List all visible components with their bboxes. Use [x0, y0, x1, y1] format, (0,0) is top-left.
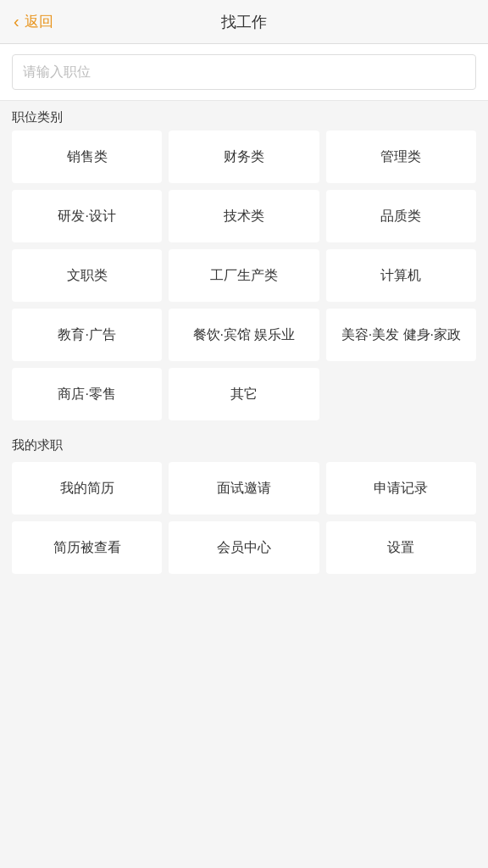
my-job-grid-section: 我的简历面试邀请申请记录简历被查看会员中心设置	[0, 462, 488, 582]
my-job-item-resume[interactable]: 我的简历	[12, 462, 162, 515]
job-category-item-other[interactable]: 其它	[169, 368, 319, 420]
back-label: 返回	[25, 12, 53, 31]
my-job-item-interview[interactable]: 面试邀请	[169, 462, 319, 515]
job-category-item-computer[interactable]: 计算机	[326, 249, 476, 302]
job-category-label: 职位类别	[0, 101, 488, 131]
job-category-item-quality[interactable]: 品质类	[326, 190, 476, 242]
search-input[interactable]	[12, 54, 476, 90]
job-category-grid-section: 销售类财务类管理类研发·设计技术类品质类文职类工厂生产类计算机教育·广告餐饮·宾…	[0, 131, 488, 429]
job-category-item-beauty[interactable]: 美容·美发 健身·家政	[326, 309, 476, 361]
job-category-item-rd_design[interactable]: 研发·设计	[12, 190, 162, 242]
job-category-item-tech[interactable]: 技术类	[169, 190, 319, 242]
search-section	[0, 44, 488, 101]
job-category-item-sales[interactable]: 销售类	[12, 131, 162, 183]
job-category-item-finance[interactable]: 财务类	[169, 131, 319, 183]
my-job-item-apply[interactable]: 申请记录	[326, 462, 476, 515]
back-button[interactable]: ‹ 返回	[14, 12, 53, 31]
my-job-item-viewed[interactable]: 简历被查看	[12, 521, 162, 574]
job-category-item-shop[interactable]: 商店·零售	[12, 368, 162, 420]
job-category-item-clerical[interactable]: 文职类	[12, 249, 162, 302]
page-title: 找工作	[221, 12, 267, 32]
back-chevron-icon: ‹	[14, 12, 19, 31]
job-category-item-management[interactable]: 管理类	[326, 131, 476, 183]
header: ‹ 返回 找工作	[0, 0, 488, 44]
job-category-item-factory[interactable]: 工厂生产类	[169, 249, 319, 302]
my-job-grid: 我的简历面试邀请申请记录简历被查看会员中心设置	[12, 462, 476, 574]
my-job-item-settings[interactable]: 设置	[326, 521, 476, 574]
my-job-item-member[interactable]: 会员中心	[169, 521, 319, 574]
job-category-item-dining[interactable]: 餐饮·宾馆 娱乐业	[169, 309, 319, 361]
job-category-item-edu_ad[interactable]: 教育·广告	[12, 309, 162, 361]
job-category-grid: 销售类财务类管理类研发·设计技术类品质类文职类工厂生产类计算机教育·广告餐饮·宾…	[12, 131, 476, 420]
my-job-label: 我的求职	[0, 429, 488, 459]
